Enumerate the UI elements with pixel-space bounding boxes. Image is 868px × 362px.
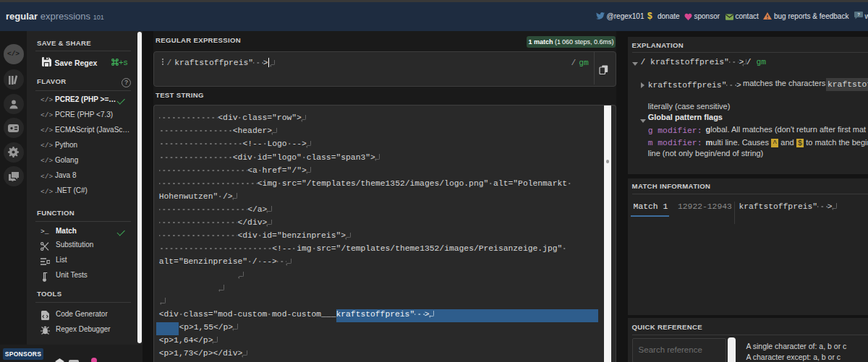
- svg-text:?: ?: [857, 12, 860, 17]
